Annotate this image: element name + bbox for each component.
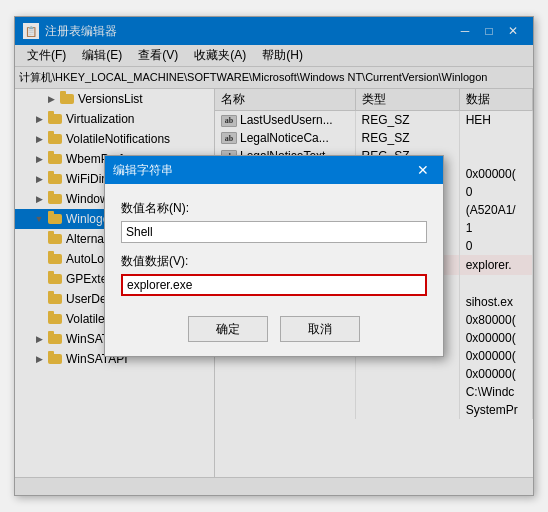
dialog-overlay: 编辑字符串 ✕ 数值名称(N): 数值数据(V): 确定 取消	[15, 17, 533, 495]
value-name-field: 数值名称(N):	[121, 200, 427, 243]
dialog-title-text: 编辑字符串	[113, 162, 173, 179]
dialog-buttons: 确定 取消	[105, 308, 443, 356]
dialog-close-button[interactable]: ✕	[411, 158, 435, 182]
value-data-field: 数值数据(V):	[121, 253, 427, 296]
dialog-title-bar: 编辑字符串 ✕	[105, 156, 443, 184]
edit-string-dialog: 编辑字符串 ✕ 数值名称(N): 数值数据(V): 确定 取消	[104, 155, 444, 357]
value-data-input[interactable]	[121, 274, 427, 296]
dialog-body: 数值名称(N): 数值数据(V):	[105, 184, 443, 308]
registry-editor-window: 📋 注册表编辑器 ─ □ ✕ 文件(F) 编辑(E) 查看(V) 收藏夹(A) …	[14, 16, 534, 496]
value-name-label: 数值名称(N):	[121, 200, 427, 217]
ok-button[interactable]: 确定	[188, 316, 268, 342]
value-data-label: 数值数据(V):	[121, 253, 427, 270]
value-name-input[interactable]	[121, 221, 427, 243]
cancel-button[interactable]: 取消	[280, 316, 360, 342]
